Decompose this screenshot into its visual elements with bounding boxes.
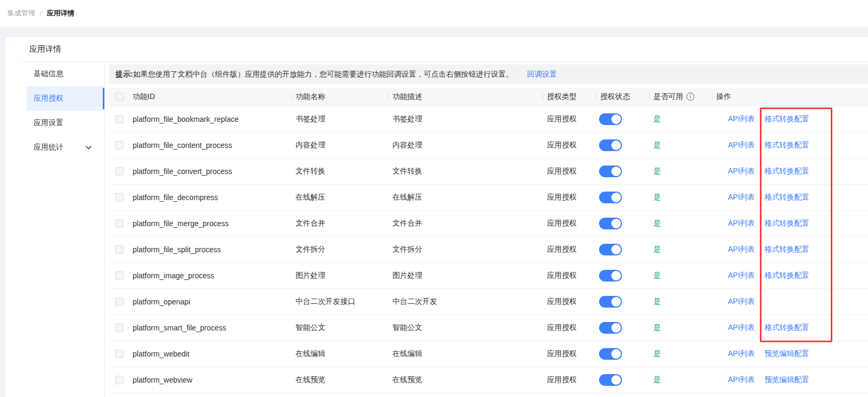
- auth-status-toggle[interactable]: [599, 218, 622, 229]
- availability-value: 是: [653, 140, 661, 150]
- sidebar-item-app-settings[interactable]: 应用设置: [27, 111, 104, 135]
- column-header-auth-status: 授权状态: [596, 92, 649, 102]
- config-link[interactable]: 格式转换配置: [765, 140, 809, 150]
- config-link[interactable]: 格式转换配置: [765, 193, 809, 202]
- cell-actions: API列表格式转换配置: [712, 323, 868, 333]
- api-list-link[interactable]: API列表: [728, 140, 755, 150]
- sidebar-item-app-statistics[interactable]: 应用统计: [27, 135, 104, 160]
- auth-status-toggle[interactable]: [599, 374, 622, 386]
- config-link[interactable]: 格式转换配置: [765, 245, 809, 254]
- cell-feature-name: 书签处理: [291, 114, 388, 124]
- api-list-link[interactable]: API列表: [728, 271, 755, 280]
- row-checkbox[interactable]: [115, 271, 124, 280]
- row-checkbox[interactable]: [115, 324, 124, 332]
- cell-actions: API列表格式转换配置: [712, 219, 868, 228]
- cell-feature-name: 智能公文: [291, 323, 388, 333]
- sidebar-item-basic-info[interactable]: 基础信息: [27, 62, 104, 86]
- info-circle-icon[interactable]: i: [686, 93, 694, 101]
- auth-status-toggle[interactable]: [599, 322, 622, 334]
- row-checkbox[interactable]: [115, 167, 124, 176]
- cell-auth-type: 应用授权: [543, 271, 596, 280]
- auth-status-toggle[interactable]: [599, 244, 622, 255]
- auth-status-toggle[interactable]: [599, 166, 622, 177]
- row-checkbox[interactable]: [115, 141, 124, 150]
- cell-feature-id: platform_file_bookmark_replace: [133, 115, 291, 123]
- api-list-link[interactable]: API列表: [728, 167, 755, 176]
- row-checkbox[interactable]: [115, 193, 124, 202]
- cell-auth-type: 应用授权: [543, 297, 596, 307]
- cell-auth-status: [596, 192, 649, 203]
- sidebar-item-app-authorization[interactable]: 应用授权: [27, 86, 104, 111]
- column-header-actions: 操作: [712, 92, 868, 102]
- config-link[interactable]: 格式转换配置: [765, 167, 809, 176]
- cell-feature-desc: 内容处理: [388, 140, 543, 150]
- cell-actions: API列表格式转换配置: [712, 114, 868, 124]
- breadcrumb-item-current: 应用详情: [47, 9, 75, 18]
- auth-status-toggle[interactable]: [599, 113, 622, 125]
- cell-auth-status: [596, 113, 649, 125]
- row-checkbox[interactable]: [115, 219, 124, 228]
- api-list-link[interactable]: API列表: [728, 323, 755, 333]
- breadcrumb-separator: /: [40, 10, 42, 18]
- api-list-link[interactable]: API列表: [728, 114, 755, 124]
- availability-value: 是: [653, 167, 661, 176]
- auth-status-toggle[interactable]: [599, 192, 622, 203]
- cell-feature-name: 内容处理: [291, 140, 388, 150]
- auth-status-toggle[interactable]: [599, 296, 622, 308]
- row-checkbox[interactable]: [115, 245, 124, 254]
- cell-checkbox: [109, 115, 133, 123]
- cell-feature-desc: 在线编辑: [388, 349, 543, 359]
- table-row: platform_smart_file_process智能公文智能公文应用授权是…: [109, 315, 868, 341]
- breadcrumb-item-integration[interactable]: 集成管理: [7, 9, 35, 18]
- config-link[interactable]: 预览编辑配置: [765, 375, 809, 385]
- api-list-link[interactable]: API列表: [728, 349, 755, 359]
- cell-checkbox: [109, 297, 133, 306]
- cell-feature-id: platform_openapi: [133, 297, 291, 306]
- availability-value: 是: [653, 245, 661, 254]
- cell-feature-id: platform_image_process: [133, 271, 291, 280]
- table-row: platform_image_process图片处理图片处理应用授权是API列表…: [109, 263, 868, 289]
- api-list-link[interactable]: API列表: [728, 245, 755, 254]
- cell-auth-type: 应用授权: [543, 167, 596, 176]
- api-list-link[interactable]: API列表: [728, 297, 755, 307]
- auth-status-toggle[interactable]: [599, 348, 622, 360]
- table-row: platform_file_content_process内容处理内容处理应用授…: [109, 133, 868, 159]
- config-link[interactable]: 格式转换配置: [765, 114, 809, 124]
- cell-auth-type: 应用授权: [543, 375, 596, 385]
- cell-availability: 是: [649, 140, 712, 150]
- column-header-availability: 是否可用 i: [649, 92, 712, 102]
- availability-value: 是: [653, 375, 661, 385]
- cell-feature-desc: 文件拆分: [388, 245, 543, 254]
- auth-status-toggle[interactable]: [599, 270, 622, 282]
- api-list-link[interactable]: API列表: [728, 375, 755, 385]
- row-checkbox[interactable]: [115, 297, 124, 306]
- config-link[interactable]: 格式转换配置: [765, 219, 809, 228]
- table-row: platform_file_convert_process文件转换文件转换应用授…: [109, 159, 868, 185]
- table-body: platform_file_bookmark_replace书签处理书签处理应用…: [109, 106, 868, 393]
- callback-settings-link[interactable]: 回调设置: [527, 70, 557, 79]
- config-link[interactable]: 格式转换配置: [765, 323, 809, 333]
- cell-feature-desc: 在线预览: [388, 375, 543, 385]
- cell-checkbox: [109, 271, 133, 280]
- cell-auth-status: [596, 166, 649, 177]
- cell-feature-desc: 文件合并: [388, 219, 543, 228]
- row-checkbox[interactable]: [115, 350, 124, 358]
- availability-value: 是: [653, 219, 661, 228]
- cell-actions: API列表预览编辑配置: [712, 349, 868, 359]
- row-checkbox[interactable]: [115, 115, 124, 123]
- cell-auth-type: 应用授权: [543, 114, 596, 124]
- cell-auth-status: [596, 322, 649, 334]
- row-checkbox[interactable]: [115, 376, 124, 384]
- table-row: platform_file_merge_process文件合并文件合并应用授权是…: [109, 211, 868, 237]
- api-list-link[interactable]: API列表: [728, 219, 755, 228]
- cell-auth-type: 应用授权: [543, 323, 596, 333]
- config-link[interactable]: 格式转换配置: [765, 271, 809, 280]
- cell-availability: 是: [649, 375, 712, 385]
- config-link[interactable]: 预览编辑配置: [765, 349, 809, 359]
- select-all-checkbox[interactable]: [115, 93, 124, 101]
- cell-availability: 是: [649, 193, 712, 202]
- auth-status-toggle[interactable]: [599, 139, 622, 151]
- cell-feature-id: platform_smart_file_process: [133, 324, 291, 332]
- api-list-link[interactable]: API列表: [728, 193, 755, 202]
- cell-feature-desc: 图片处理: [388, 271, 543, 280]
